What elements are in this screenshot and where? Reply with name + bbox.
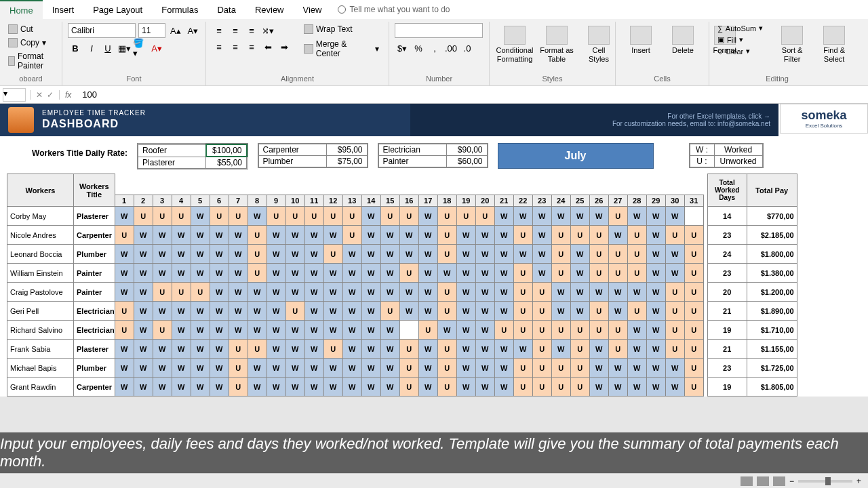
day-cell[interactable]: U	[418, 321, 437, 340]
day-cell[interactable]: W	[267, 359, 285, 378]
rate-value-cell[interactable]: $100,00	[206, 144, 247, 157]
day-cell[interactable]: W	[285, 359, 304, 378]
tell-me[interactable]: Tell me what you want to do	[338, 5, 450, 14]
day-cell[interactable]: U	[570, 340, 589, 359]
day-cell[interactable]: W	[323, 226, 342, 245]
day-cell[interactable]: W	[191, 378, 210, 396]
day-cell[interactable]: W	[304, 283, 323, 302]
day-cell[interactable]	[399, 321, 418, 340]
percent-button[interactable]: %	[411, 41, 426, 56]
day-cell[interactable]: W	[153, 340, 172, 359]
day-cell[interactable]: W	[418, 302, 437, 321]
rate-value-cell[interactable]: $60,00	[446, 156, 487, 167]
day-cell[interactable]: U	[380, 207, 399, 226]
day-cell[interactable]: W	[646, 302, 665, 321]
day-cell[interactable]: W	[475, 226, 494, 245]
enter-formula-button[interactable]: ✓	[47, 90, 54, 100]
day-cell[interactable]: W	[285, 226, 304, 245]
day-cell[interactable]: W	[115, 359, 134, 378]
italic-button[interactable]: I	[84, 41, 99, 56]
day-cell[interactable]: W	[248, 207, 267, 226]
day-cell[interactable]: W	[172, 378, 191, 396]
view-page-break-button[interactable]	[773, 476, 785, 486]
day-cell[interactable]: W	[475, 264, 494, 283]
day-cell[interactable]: U	[248, 264, 267, 283]
day-cell[interactable]: W	[153, 226, 172, 245]
day-cell[interactable]: W	[210, 321, 229, 340]
day-cell[interactable]: W	[153, 302, 172, 321]
day-cell[interactable]: U	[589, 321, 608, 340]
day-cell[interactable]: W	[494, 302, 513, 321]
formula-input[interactable]	[77, 88, 865, 102]
tab-formulas[interactable]: Formulas	[152, 1, 208, 19]
day-cell[interactable]: W	[532, 245, 551, 264]
align-center-button[interactable]: ≡	[228, 39, 243, 54]
day-cell[interactable]: U	[115, 226, 134, 245]
day-cell[interactable]: U	[513, 283, 532, 302]
day-cell[interactable]: W	[134, 378, 153, 396]
day-cell[interactable]: W	[380, 321, 399, 340]
day-cell[interactable]: U	[399, 207, 418, 226]
day-cell[interactable]: W	[115, 264, 134, 283]
day-cell[interactable]: U	[551, 359, 570, 378]
day-cell[interactable]: U	[684, 226, 703, 245]
day-cell[interactable]: W	[608, 378, 627, 396]
day-cell[interactable]: W	[304, 378, 323, 396]
day-cell[interactable]: W	[248, 321, 267, 340]
day-cell[interactable]: W	[267, 283, 285, 302]
day-cell[interactable]: W	[134, 302, 153, 321]
day-cell[interactable]: W	[210, 340, 229, 359]
day-cell[interactable]: W	[551, 207, 570, 226]
day-cell[interactable]: U	[570, 378, 589, 396]
rate-title-cell[interactable]: Plasterer	[138, 157, 206, 169]
day-cell[interactable]: W	[115, 378, 134, 396]
day-cell[interactable]: U	[342, 226, 361, 245]
day-cell[interactable]: U	[323, 207, 342, 226]
day-cell[interactable]: W	[304, 264, 323, 283]
day-cell[interactable]: U	[665, 321, 684, 340]
day-cell[interactable]	[684, 207, 703, 226]
day-cell[interactable]: W	[285, 321, 304, 340]
day-cell[interactable]: U	[494, 321, 513, 340]
day-cell[interactable]: U	[608, 245, 627, 264]
worker-name-cell[interactable]: Corby May	[7, 207, 74, 226]
day-cell[interactable]: W	[210, 264, 229, 283]
day-cell[interactable]: U	[210, 207, 229, 226]
worker-name-cell[interactable]: Craig Pastolove	[7, 283, 74, 302]
day-cell[interactable]: U	[153, 321, 172, 340]
day-cell[interactable]: U	[437, 283, 456, 302]
day-cell[interactable]: U	[437, 359, 456, 378]
wrap-text-button[interactable]: Wrap Text	[300, 23, 383, 35]
day-cell[interactable]: W	[456, 264, 475, 283]
day-cell[interactable]: W	[475, 283, 494, 302]
day-cell[interactable]: W	[361, 226, 380, 245]
day-cell[interactable]: W	[267, 264, 285, 283]
day-cell[interactable]: W	[494, 207, 513, 226]
day-cell[interactable]: W	[342, 321, 361, 340]
day-cell[interactable]: W	[475, 359, 494, 378]
day-cell[interactable]: U	[665, 283, 684, 302]
day-cell[interactable]: W	[134, 359, 153, 378]
day-cell[interactable]: W	[456, 302, 475, 321]
day-cell[interactable]: U	[475, 207, 494, 226]
day-cell[interactable]: W	[665, 378, 684, 396]
day-cell[interactable]: W	[627, 321, 646, 340]
day-cell[interactable]: U	[134, 207, 153, 226]
fill-button[interactable]: ▣ Fill ▾	[715, 35, 766, 45]
day-cell[interactable]: U	[437, 207, 456, 226]
day-cell[interactable]: W	[570, 264, 589, 283]
day-cell[interactable]: W	[304, 245, 323, 264]
worker-title-cell[interactable]: Painter	[74, 264, 115, 283]
day-cell[interactable]: W	[323, 359, 342, 378]
day-cell[interactable]: U	[285, 207, 304, 226]
day-cell[interactable]: U	[172, 207, 191, 226]
day-cell[interactable]: W	[285, 340, 304, 359]
day-cell[interactable]: W	[646, 321, 665, 340]
day-cell[interactable]: W	[323, 378, 342, 396]
day-cell[interactable]: U	[684, 264, 703, 283]
day-cell[interactable]: U	[513, 378, 532, 396]
day-cell[interactable]: W	[418, 264, 437, 283]
day-cell[interactable]: W	[418, 359, 437, 378]
day-cell[interactable]: U	[627, 302, 646, 321]
day-cell[interactable]: W	[589, 340, 608, 359]
